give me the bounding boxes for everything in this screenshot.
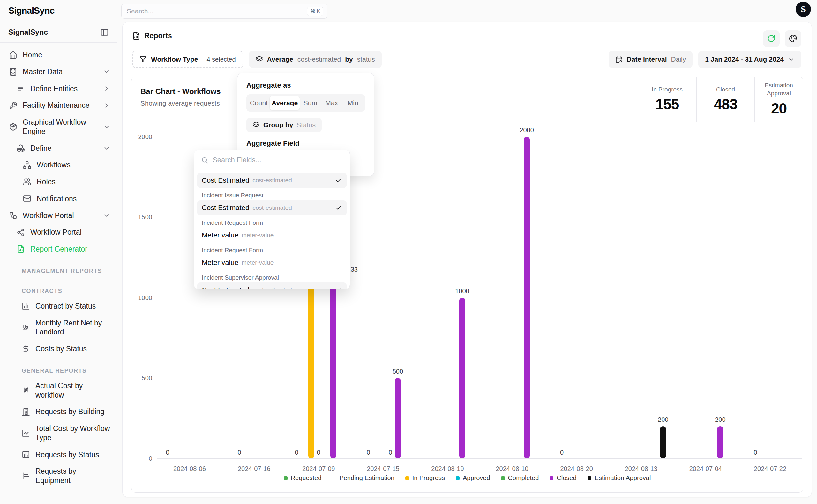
sidebar-item-monthly-rent-net-by-landlord[interactable]: Monthly Rent Net by Landlord xyxy=(0,315,117,341)
sidebar-item-master-data[interactable]: Master Data xyxy=(0,63,117,80)
sidebar-item-facility-maintenance[interactable]: Facility Maintenance xyxy=(0,97,117,114)
sidebar-item-total-cost-by-workflow-type[interactable]: Total Cost by Workflow Type xyxy=(0,420,117,446)
field-name: Meter value xyxy=(202,231,239,239)
field-option-meter-value[interactable]: Meter valuemeter-value xyxy=(197,255,347,270)
legend-label: Requested xyxy=(291,474,322,482)
field-option-meter-value[interactable]: Meter valuemeter-value xyxy=(197,228,347,243)
aggregate-option-max[interactable]: Max xyxy=(321,96,342,110)
field-name: Cost Estimated xyxy=(202,204,249,212)
field-option-cost-estimated[interactable]: Cost Estimatedcost-estimated xyxy=(197,173,347,188)
sidebar-item-requests-by-building[interactable]: Requests by Building xyxy=(0,403,117,420)
refresh-button[interactable] xyxy=(763,30,780,47)
legend-label: Approved xyxy=(463,474,490,482)
sidebar-item-label: Contract by Status xyxy=(35,302,110,311)
date-interval-filter[interactable]: Date Interval Daily xyxy=(608,51,693,68)
sidebar-item-actual-cost-by-workflow[interactable]: Actual Cost by workflow xyxy=(0,377,117,404)
x-axis-label: 2024-08-13 xyxy=(608,465,674,472)
x-axis-label: 2024-08-19 xyxy=(415,465,480,472)
aggregate-option-count[interactable]: Count xyxy=(248,96,270,110)
sidebar-item-requests-by-equipment[interactable]: Requests by Equipment xyxy=(0,463,117,489)
sidebar-item-label: Graphical Workflow Engine xyxy=(23,118,98,136)
chevron-down-icon xyxy=(788,56,795,63)
sidebar-item-notifications[interactable]: Notifications xyxy=(0,190,117,207)
theme-palette-button[interactable] xyxy=(785,30,801,47)
legend-swatch xyxy=(405,476,409,480)
package-icon xyxy=(9,123,17,131)
sidebar-collapse-icon[interactable] xyxy=(100,28,109,37)
group-by-button[interactable]: Group by Status xyxy=(247,118,322,132)
chart-bars-icon xyxy=(22,472,30,480)
x-axis-label: 2024-07-15 xyxy=(351,465,416,472)
bar-estimation-approval xyxy=(660,426,666,458)
date-range-value: 1 Jan 2024 - 31 Aug 2024 xyxy=(705,55,784,63)
sidebar-item-workflow-portal[interactable]: Workflow Portal xyxy=(0,207,117,224)
sidebar-item-report-generator[interactable]: Report Generator xyxy=(0,241,117,258)
sidebar-item-requests-by-status[interactable]: Requests by Status xyxy=(0,446,117,463)
workflow-type-filter[interactable]: Workflow Type 4 selected xyxy=(132,51,243,68)
chip-divider xyxy=(202,55,202,64)
sidebar-item-graphical-workflow-engine[interactable]: Graphical Workflow Engine xyxy=(0,114,117,140)
aggregate-option-min[interactable]: Min xyxy=(342,96,364,110)
sidebar-item-label: Master Data xyxy=(23,67,98,77)
group-by-value: Status xyxy=(297,121,316,129)
y-axis-tick: 1000 xyxy=(127,294,152,301)
chart-subtitle: Showing average requests xyxy=(140,99,221,107)
sidebar-nav: HomeMaster DataDefine EntitiesFacility M… xyxy=(0,43,117,489)
sidebar-item-workflow-portal[interactable]: Workflow Portal xyxy=(0,224,117,241)
aggregate-by: by xyxy=(345,55,353,63)
stat-estimation-approval: Estimation Approval20 xyxy=(754,77,803,122)
user-avatar[interactable]: S xyxy=(796,2,811,17)
sidebar-item-label: Home xyxy=(23,50,110,60)
aggregate-filter[interactable]: Average cost-estimated by status xyxy=(249,51,382,68)
legend-swatch xyxy=(501,476,505,480)
bar-closed xyxy=(395,378,401,458)
legend-label: Completed xyxy=(508,474,539,482)
sidebar-item-home[interactable]: Home xyxy=(0,47,117,63)
chevron-right-icon xyxy=(103,102,110,109)
search-icon xyxy=(201,157,209,164)
bar-value-label: 1000 xyxy=(447,288,477,295)
sidebar-item-label: Facility Maintenance xyxy=(23,101,98,110)
field-name: Cost Estimated xyxy=(202,286,249,289)
sidebar-item-workflows[interactable]: Workflows xyxy=(0,157,117,173)
legend-swatch xyxy=(332,476,336,480)
wrench-icon xyxy=(9,101,17,110)
date-interval-value: Daily xyxy=(671,55,686,63)
sidebar-item-label: Total Cost by Workflow Type xyxy=(35,424,110,442)
candlestick-icon xyxy=(22,386,30,395)
field-slug: cost-estimated xyxy=(253,204,292,211)
global-search-input[interactable]: Search... ⌘ K xyxy=(121,4,328,19)
field-option-cost-estimated[interactable]: Cost Estimatedcost-estimated xyxy=(197,282,347,289)
sidebar-item-label: Workflow Portal xyxy=(30,228,110,237)
building-icon xyxy=(9,68,17,76)
aggregate-option-average[interactable]: Average xyxy=(270,96,300,110)
legend-item-approved: Approved xyxy=(456,474,490,482)
legend-label: In Progress xyxy=(412,474,445,482)
sidebar-item-roles[interactable]: Roles xyxy=(0,173,117,190)
sidebar-item-define[interactable]: Define xyxy=(0,140,117,157)
sidebar: SignalSync HomeMaster DataDefine Entitie… xyxy=(0,22,117,504)
check-icon xyxy=(335,204,342,211)
fields-search-input[interactable]: Search Fields... xyxy=(194,150,350,170)
gridline xyxy=(157,378,802,378)
legend-item-completed: Completed xyxy=(501,474,539,482)
field-slug: cost-estimated xyxy=(253,287,292,289)
date-range-picker[interactable]: 1 Jan 2024 - 31 Aug 2024 xyxy=(698,51,801,68)
chevron-right-icon xyxy=(103,85,110,92)
sidebar-item-costs-by-status[interactable]: Costs by Status xyxy=(0,340,117,357)
sidebar-item-define-entities[interactable]: Define Entities xyxy=(0,80,117,97)
field-option-cost-estimated[interactable]: Cost Estimatedcost-estimated xyxy=(197,200,347,215)
legend-label: Estimation Approval xyxy=(594,474,651,482)
sidebar-item-contract-by-status[interactable]: Contract by Status xyxy=(0,298,117,315)
bar-value-label: 2000 xyxy=(511,127,542,134)
y-axis-tick: 1500 xyxy=(127,214,152,221)
y-axis-tick: 2000 xyxy=(127,133,152,141)
field-group-label: Incident Issue Request xyxy=(197,188,347,200)
filter-bar: Workflow Type 4 selected Average cost-es… xyxy=(132,51,801,68)
x-axis-label: 2024-08-20 xyxy=(544,465,609,472)
aggregate-option-sum[interactable]: Sum xyxy=(300,96,321,110)
stat-value: 155 xyxy=(656,96,679,113)
x-axis-label: 2024-08-10 xyxy=(480,465,544,472)
date-interval-label: Date Interval xyxy=(627,55,667,63)
field-slug: cost-estimated xyxy=(253,177,292,184)
